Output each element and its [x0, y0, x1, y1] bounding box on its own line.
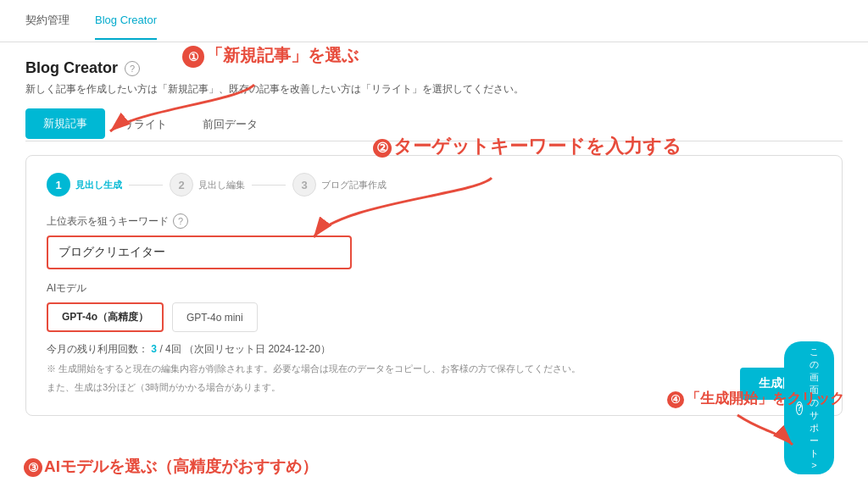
step-3-circle: 3: [292, 173, 316, 197]
notice-1: ※ 生成開始をすると現在の編集内容が削除されます。必要な場合は現在のデータをコピ…: [47, 362, 821, 377]
steps-row: 1 見出し生成 2 見出し編集 3 ブログ記事作成: [47, 173, 821, 197]
step-2: 2 見出し編集: [170, 173, 245, 197]
model-row: GPT-4o（高精度） GPT-4o mini: [47, 302, 821, 332]
notice-2: また、生成は3分ほど（3時間がかかる場合があります。: [47, 380, 821, 396]
ai-model-label: AIモデル: [47, 281, 821, 296]
tab-rewrite[interactable]: リライト: [105, 109, 185, 140]
model-gpt4o-mini[interactable]: GPT-4o mini: [172, 302, 258, 332]
page-header: Blog Creator ?: [25, 59, 843, 77]
step-2-circle: 2: [170, 173, 193, 197]
keyword-input[interactable]: [47, 235, 352, 269]
step-3-label: ブログ記事作成: [321, 179, 387, 191]
keyword-field-label: 上位表示を狙うキーワード ?: [47, 213, 821, 229]
step-connector-1: [129, 185, 163, 186]
tab-previous-data[interactable]: 前回データ: [185, 109, 275, 140]
help-icon[interactable]: ?: [125, 61, 140, 76]
step-1: 1 見出し生成: [47, 173, 122, 197]
page-title: Blog Creator: [25, 59, 118, 77]
step-1-label: 見出し生成: [75, 179, 122, 191]
usage-total: 4: [165, 343, 171, 355]
model-gpt4o[interactable]: GPT-4o（高精度）: [47, 302, 164, 332]
usage-current: 3: [151, 343, 157, 355]
usage-info: 今月の残り利用回数： 3 / 4回 （次回リセット日 2024-12-20）: [47, 342, 821, 357]
keyword-help-icon[interactable]: ?: [173, 213, 188, 229]
support-button[interactable]: ? この画面のサポート >: [784, 341, 834, 474]
top-navigation: 契約管理 Blog Creator: [0, 0, 868, 42]
tab-keiyaku[interactable]: 契約管理: [25, 1, 70, 42]
step-3: 3 ブログ記事作成: [292, 173, 387, 197]
page-description: 新しく記事を作成したい方は「新規記事」、既存の記事を改善したい方は「リライト」を…: [25, 82, 843, 97]
annotation-3: ③AIモデルを選ぶ（高精度がおすすめ）: [24, 456, 318, 478]
inner-card: 1 見出し生成 2 見出し編集 3 ブログ記事作成 上位表示を狙うキーワード ?…: [25, 155, 843, 416]
step-1-circle: 1: [47, 173, 70, 197]
usage-reset-date: 2024-12-20）: [268, 343, 330, 355]
main-content: Blog Creator ? 新しく記事を作成したい方は「新規記事」、既存の記事…: [0, 42, 868, 433]
step-2-label: 見出し編集: [198, 179, 245, 191]
tab-blog-creator[interactable]: Blog Creator: [95, 2, 157, 40]
article-type-tabs: 新規記事 リライト 前回データ: [25, 108, 843, 141]
tab-new-article[interactable]: 新規記事: [25, 108, 105, 139]
step-connector-2: [252, 185, 286, 186]
